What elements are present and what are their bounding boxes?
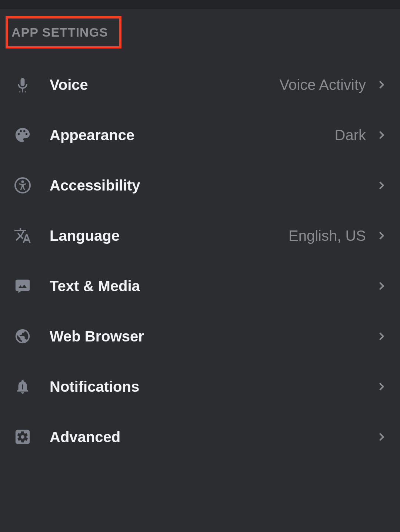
svg-point-1 — [22, 91, 23, 92]
chevron-right-icon — [376, 130, 387, 140]
settings-row-advanced[interactable]: Advanced — [13, 412, 387, 462]
settings-row-notifications[interactable]: Notifications — [13, 361, 387, 412]
settings-row-accessibility[interactable]: Accessibility — [13, 160, 387, 211]
settings-row-value: Dark — [335, 127, 366, 144]
palette-icon — [13, 126, 32, 144]
image-message-icon — [13, 277, 32, 295]
chevron-right-icon — [376, 432, 387, 442]
settings-row-label: Language — [50, 228, 289, 244]
section-header-highlight: APP SETTINGS — [6, 16, 121, 48]
chevron-right-icon — [376, 381, 387, 392]
bell-icon — [13, 377, 32, 396]
chevron-right-icon — [376, 80, 387, 90]
settings-row-text-media[interactable]: Text & Media — [13, 261, 387, 311]
settings-row-label: Accessibility — [50, 177, 366, 194]
settings-row-label: Advanced — [50, 429, 366, 445]
settings-list: Voice Voice Activity Appearance Dark Acc… — [0, 60, 400, 462]
settings-row-label: Web Browser — [50, 328, 366, 345]
section-header-container: APP SETTINGS — [0, 9, 400, 60]
settings-row-label: Appearance — [50, 127, 335, 144]
settings-row-voice[interactable]: Voice Voice Activity — [13, 60, 387, 110]
globe-icon — [13, 327, 32, 346]
svg-point-0 — [19, 91, 20, 92]
top-divider — [0, 0, 400, 9]
language-icon — [13, 226, 32, 245]
accessibility-icon — [13, 176, 32, 195]
settings-row-label: Voice — [50, 77, 280, 93]
chevron-right-icon — [376, 331, 387, 341]
section-header: APP SETTINGS — [11, 25, 108, 39]
gear-box-icon — [13, 428, 32, 446]
microphone-icon — [13, 75, 32, 94]
settings-row-value: Voice Activity — [280, 77, 366, 93]
settings-row-web-browser[interactable]: Web Browser — [13, 311, 387, 361]
svg-point-2 — [25, 91, 26, 92]
settings-row-label: Notifications — [50, 378, 366, 395]
settings-row-value: English, US — [289, 228, 366, 244]
svg-point-4 — [21, 180, 24, 183]
chevron-right-icon — [376, 180, 387, 191]
chevron-right-icon — [376, 281, 387, 291]
settings-row-language[interactable]: Language English, US — [13, 211, 387, 261]
svg-point-5 — [22, 388, 23, 390]
settings-row-label: Text & Media — [50, 278, 366, 294]
settings-row-appearance[interactable]: Appearance Dark — [13, 110, 387, 160]
chevron-right-icon — [376, 230, 387, 241]
